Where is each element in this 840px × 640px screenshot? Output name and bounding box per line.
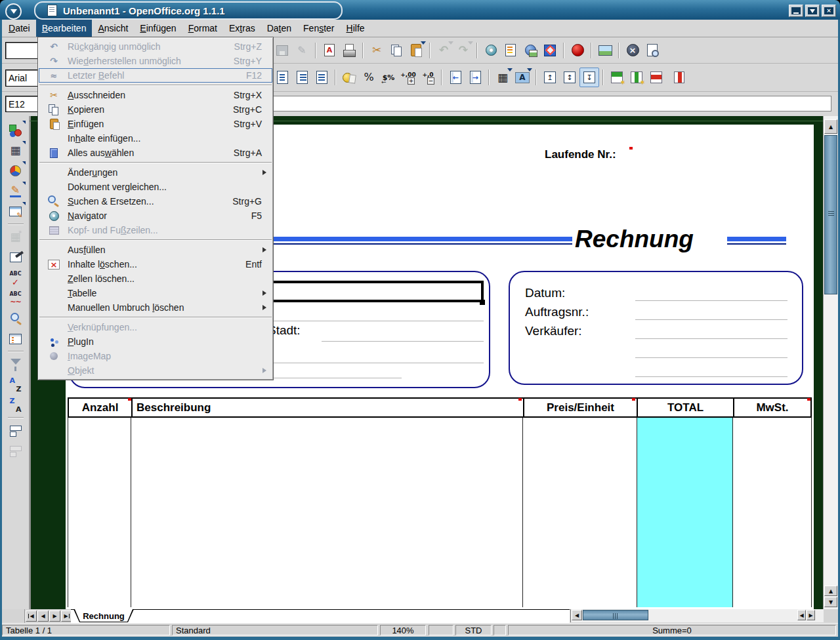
delete-row-button[interactable] bbox=[646, 68, 666, 87]
previous-sheet-button[interactable]: ◀ bbox=[37, 610, 49, 622]
page-preview-button[interactable] bbox=[642, 41, 662, 60]
gallery-button[interactable] bbox=[520, 41, 540, 60]
menubar-item-einfugen[interactable]: Einfügen bbox=[134, 20, 182, 37]
load-url-combo[interactable] bbox=[5, 42, 41, 59]
menu-item-navigator[interactable]: NavigatorF5 bbox=[39, 209, 272, 223]
font-name-combo[interactable]: Arial bbox=[5, 70, 41, 87]
maximize-button[interactable] bbox=[805, 5, 820, 17]
menubar-item-format[interactable]: Format bbox=[182, 20, 223, 37]
menu-item-plugin[interactable]: PlugIn bbox=[39, 334, 272, 349]
draw-functions-button[interactable] bbox=[5, 181, 26, 201]
group-button[interactable] bbox=[5, 420, 26, 441]
menubar-item-fenster[interactable]: Fenster bbox=[297, 20, 340, 37]
delete-column-button[interactable] bbox=[666, 68, 686, 87]
menubar-item-hilfe[interactable]: Hilfe bbox=[341, 20, 371, 37]
standard-format-button[interactable] bbox=[379, 68, 398, 87]
scroll-jump-up-button[interactable]: ▲ bbox=[824, 586, 837, 596]
insert-button[interactable] bbox=[5, 120, 26, 140]
menu-item-select-all[interactable]: Alles auswählenStrg+A bbox=[39, 146, 272, 160]
autoformat-button[interactable] bbox=[5, 227, 26, 247]
scroll-right-button[interactable]: ▶ bbox=[807, 610, 815, 620]
data-sources-button[interactable] bbox=[5, 329, 26, 349]
menu-item-copy[interactable]: KopierenStrg+C bbox=[39, 102, 272, 117]
menu-item-paste-special[interactable]: Inhalte einfügen... bbox=[39, 131, 272, 146]
scroll-down-button[interactable]: ▼ bbox=[824, 597, 837, 607]
copy-button[interactable] bbox=[387, 41, 406, 60]
next-sheet-button[interactable]: ▶ bbox=[49, 610, 60, 622]
first-sheet-button[interactable]: ◀ bbox=[26, 610, 37, 622]
close-button[interactable]: × bbox=[822, 5, 836, 17]
align-top-button[interactable] bbox=[540, 68, 560, 87]
horizontal-scrollbar[interactable]: ◀ ◀ ▶ bbox=[570, 609, 824, 622]
auto-spellcheck-button[interactable] bbox=[5, 288, 26, 308]
decrease-indent-button[interactable] bbox=[446, 68, 465, 87]
currency-button[interactable] bbox=[339, 68, 359, 87]
stop-loading-button[interactable] bbox=[623, 41, 642, 60]
status-page-style[interactable]: Standard bbox=[172, 625, 378, 635]
menu-item-find-replace[interactable]: Suchen & Ersetzen...Strg+G bbox=[39, 194, 272, 209]
menu-item-cut[interactable]: AusschneidenStrg+X bbox=[39, 88, 272, 102]
record-button[interactable] bbox=[568, 41, 587, 60]
menu-item-sheet[interactable]: Tabelle bbox=[39, 286, 272, 300]
title-bar[interactable]: Unbenannt1 - OpenOffice.org 1.1.1 × bbox=[0, 0, 840, 20]
window-menu-button[interactable] bbox=[5, 3, 22, 20]
menu-item-delete-contents[interactable]: Inhalte löschen...Entf bbox=[39, 257, 272, 271]
menubar-item-extras[interactable]: Extras bbox=[223, 20, 261, 37]
justify-button[interactable] bbox=[312, 68, 331, 87]
choose-themes-button[interactable] bbox=[5, 247, 26, 268]
scroll-left-button[interactable]: ◀ bbox=[572, 610, 582, 620]
menu-item-compare-document[interactable]: Dokument vergleichen... bbox=[39, 180, 272, 194]
export-pdf-button[interactable] bbox=[320, 41, 339, 60]
percent-button[interactable] bbox=[359, 68, 379, 87]
redo-button[interactable] bbox=[453, 41, 473, 60]
insert-cells-button[interactable] bbox=[5, 140, 26, 161]
minimize-button[interactable] bbox=[789, 5, 803, 17]
undo-button[interactable] bbox=[434, 41, 453, 60]
align-bottom-button[interactable] bbox=[579, 68, 599, 87]
edit-file-button[interactable] bbox=[292, 41, 312, 60]
sort-ascending-button[interactable] bbox=[5, 374, 26, 395]
menu-item-delete-cells[interactable]: Zellen löschen... bbox=[39, 271, 272, 286]
menu-item-paste[interactable]: EinfügenStrg+V bbox=[39, 117, 272, 131]
delete-decimal-button[interactable] bbox=[418, 68, 438, 87]
sort-descending-button[interactable] bbox=[5, 395, 26, 415]
menubar-item-ansicht[interactable]: Ansicht bbox=[92, 20, 134, 37]
background-color-button[interactable] bbox=[513, 68, 532, 87]
menubar-item-bearbeiten[interactable]: Bearbeiten bbox=[36, 20, 93, 37]
menu-item-delete-manual-break[interactable]: Manuellen Umbruch löschen bbox=[39, 300, 272, 315]
spellcheck-button[interactable] bbox=[5, 268, 26, 288]
borders-button[interactable] bbox=[493, 68, 513, 87]
status-selection-mode[interactable]: STD bbox=[455, 625, 492, 635]
insert-object-button[interactable] bbox=[5, 161, 26, 181]
stylist-button[interactable] bbox=[501, 41, 520, 60]
paste-button[interactable] bbox=[406, 41, 426, 60]
menubar-item-daten[interactable]: Daten bbox=[261, 20, 297, 37]
status-sum[interactable]: Summe=0 bbox=[508, 625, 836, 635]
align-center-button[interactable] bbox=[272, 68, 292, 87]
cut-button[interactable] bbox=[367, 41, 387, 60]
vertical-scrollbar[interactable]: ▲ ▲ ▼ bbox=[823, 116, 838, 609]
insert-row-button[interactable] bbox=[607, 68, 627, 87]
hyperlink-button[interactable] bbox=[481, 41, 501, 60]
horizontal-scroll-thumb[interactable] bbox=[583, 610, 648, 620]
insert-graphic-button[interactable] bbox=[595, 41, 615, 60]
scroll-up-button[interactable]: ▲ bbox=[824, 119, 837, 134]
add-decimal-button[interactable] bbox=[398, 68, 418, 87]
menu-item-fill[interactable]: Ausfüllen bbox=[39, 243, 272, 257]
form-functions-button[interactable] bbox=[5, 201, 26, 222]
sheet-tab-rechnung[interactable]: Rechnung bbox=[74, 609, 134, 622]
ungroup-button[interactable] bbox=[5, 441, 26, 461]
menu-item-changes[interactable]: Änderungen bbox=[39, 165, 272, 180]
increase-indent-button[interactable] bbox=[465, 68, 485, 87]
scroll-split-left-button[interactable]: ◀ bbox=[797, 610, 806, 620]
align-right-button[interactable] bbox=[292, 68, 312, 87]
align-middle-button[interactable] bbox=[560, 68, 579, 87]
insert-column-button[interactable] bbox=[627, 68, 646, 87]
selection-handle[interactable] bbox=[480, 300, 485, 305]
formula-input[interactable] bbox=[272, 96, 831, 111]
save-button[interactable] bbox=[272, 41, 292, 60]
search-button[interactable] bbox=[5, 308, 26, 329]
vertical-scroll-thumb[interactable] bbox=[824, 135, 837, 294]
autofilter-button[interactable] bbox=[5, 354, 26, 374]
zoom-button[interactable] bbox=[540, 41, 560, 60]
